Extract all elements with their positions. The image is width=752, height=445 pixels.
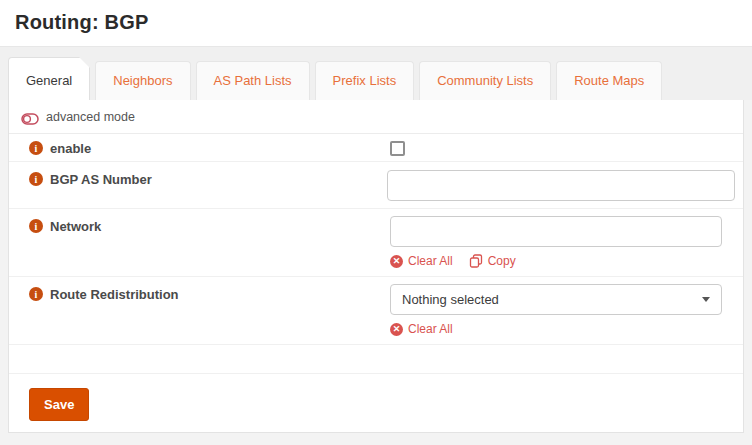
tab-bar: General Neighbors AS Path Lists Prefix L… [0,47,752,100]
tab-general[interactable]: General [8,57,90,100]
network-input[interactable] [390,216,722,247]
tab-neighbors[interactable]: Neighbors [95,61,190,100]
toggle-off-icon[interactable] [21,111,40,123]
network-clear-all-link[interactable]: ✕ Clear All [390,254,453,268]
save-button[interactable]: Save [29,388,89,421]
advanced-mode-row: advanced mode [9,100,743,134]
clear-circle-icon: ✕ [390,323,403,336]
clear-all-label: Clear All [408,254,453,268]
tab-prefix-lists[interactable]: Prefix Lists [315,61,415,100]
info-icon[interactable]: i [29,219,43,233]
redistribution-clear-all-link[interactable]: ✕ Clear All [390,322,453,336]
tab-as-path-lists[interactable]: AS Path Lists [196,61,310,100]
route-redistribution-select[interactable]: Nothing selected [390,284,722,315]
network-copy-link[interactable]: Copy [469,254,516,268]
route-redistribution-label: Route Redistribution [50,286,179,302]
route-redistribution-row: i Route Redistribution Nothing selected … [9,277,743,345]
tab-community-lists[interactable]: Community Lists [419,61,551,100]
settings-panel: advanced mode i enable i BGP AS Number i… [8,100,744,433]
page-title: Routing: BGP [15,11,752,34]
network-label: Network [50,218,101,234]
copy-icon [469,254,483,268]
enable-checkbox[interactable] [390,141,405,156]
page-header: Routing: BGP [0,0,752,47]
info-icon[interactable]: i [29,172,43,186]
selected-value: Nothing selected [402,292,499,307]
bgp-as-number-label: BGP AS Number [50,171,152,187]
network-row: i Network ✕ Clear All Copy [9,209,743,277]
chevron-down-icon [702,297,710,302]
table-end-spacer [9,345,743,374]
info-icon[interactable]: i [29,287,43,301]
tab-route-maps[interactable]: Route Maps [556,61,662,100]
enable-row: i enable [9,134,743,162]
bgp-as-number-row: i BGP AS Number [9,162,743,209]
info-icon[interactable]: i [29,141,43,155]
clear-circle-icon: ✕ [390,255,403,268]
enable-label: enable [50,140,91,156]
clear-all-label: Clear All [408,322,453,336]
copy-label: Copy [488,254,516,268]
bgp-as-number-input[interactable] [387,170,735,201]
advanced-mode-label[interactable]: advanced mode [46,110,135,124]
save-area: Save [9,374,743,421]
